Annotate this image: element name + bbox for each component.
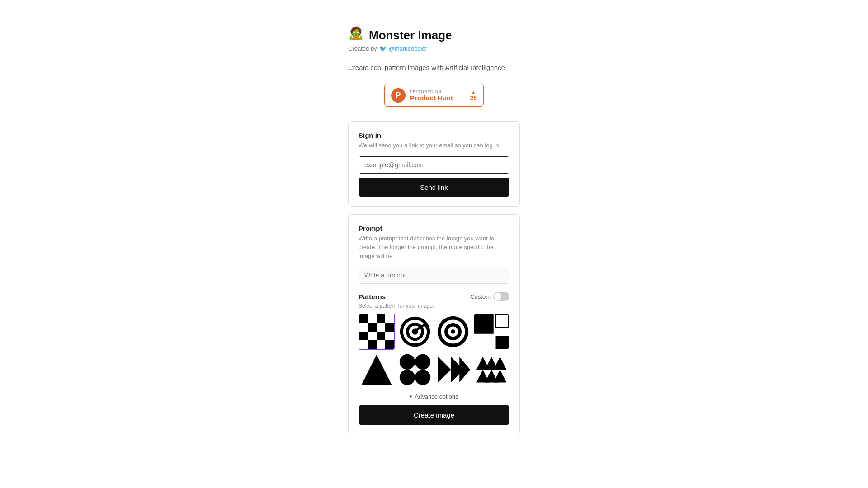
svg-rect-2	[368, 314, 377, 323]
svg-rect-4	[385, 314, 394, 323]
svg-point-36	[399, 354, 415, 370]
custom-label: Custom	[470, 293, 491, 300]
product-hunt-logo: P	[391, 88, 406, 103]
send-link-button[interactable]: Send link	[359, 178, 509, 197]
svg-rect-10	[368, 332, 377, 340]
pattern-four-circles[interactable]	[397, 352, 433, 388]
patterns-title: Patterns	[359, 293, 386, 300]
header: 🧟 Monster Image Created by 🐦 @markdopple…	[348, 27, 520, 58]
app-icon: 🧟	[348, 27, 364, 43]
chevron-down-icon: ▾	[410, 394, 412, 399]
twitter-icon: 🐦	[379, 45, 387, 52]
ph-vote-count: 25	[470, 95, 477, 101]
ph-name: Product Hunt	[410, 94, 453, 102]
svg-point-38	[399, 370, 415, 385]
svg-rect-1	[359, 314, 368, 323]
created-by-label: Created by	[348, 45, 377, 52]
product-hunt-text: FEATURED ON Product Hunt	[410, 89, 453, 102]
svg-rect-32	[495, 314, 509, 328]
svg-rect-15	[377, 340, 385, 349]
svg-rect-9	[359, 332, 368, 340]
svg-rect-8	[385, 323, 394, 332]
pattern-triangle[interactable]	[359, 352, 395, 388]
sign-in-title: Sign in	[359, 131, 509, 139]
patterns-header: Patterns Custom	[359, 292, 509, 301]
pattern-arrows[interactable]	[435, 352, 471, 388]
sign-in-description: We will send you a link to your email so…	[359, 141, 509, 150]
pattern-circles[interactable]	[435, 314, 471, 350]
prompt-card: Prompt Write a prompt that describes the…	[348, 214, 520, 436]
custom-toggle[interactable]	[493, 292, 509, 301]
svg-rect-30	[474, 314, 494, 334]
advance-options-toggle[interactable]: ▾ Advance options	[359, 393, 509, 400]
pattern-corner-squares[interactable]	[473, 314, 509, 350]
ph-votes: ▲ 25	[470, 89, 477, 101]
creator-row: Created by 🐦 @markdoppler_	[348, 45, 430, 52]
twitter-handle-link[interactable]: @markdoppler_	[389, 45, 431, 52]
pattern-checkerboard[interactable]	[359, 314, 395, 350]
title-row: 🧟 Monster Image	[348, 27, 452, 43]
svg-rect-12	[385, 332, 394, 340]
svg-point-39	[415, 370, 430, 385]
prompt-title: Prompt	[359, 225, 509, 232]
pattern-spiral[interactable]	[397, 314, 433, 350]
svg-rect-7	[377, 323, 385, 332]
prompt-input[interactable]	[359, 267, 509, 284]
svg-rect-6	[368, 323, 377, 332]
tagline: Create cool pattern images with Artifici…	[348, 64, 520, 71]
ph-featured-label: FEATURED ON	[410, 89, 453, 94]
sign-in-card: Sign in We will send you a link to your …	[348, 121, 520, 207]
svg-rect-5	[359, 323, 368, 332]
patterns-grid	[359, 314, 509, 388]
advance-options-label: Advance options	[415, 393, 458, 400]
svg-rect-11	[377, 332, 385, 340]
product-hunt-badge[interactable]: P FEATURED ON Product Hunt ▲ 25	[384, 84, 484, 107]
svg-rect-13	[359, 340, 368, 349]
app-title: Monster Image	[369, 28, 452, 42]
svg-rect-14	[368, 340, 377, 349]
custom-toggle-row: Custom	[470, 292, 509, 301]
email-input[interactable]	[359, 156, 509, 174]
pattern-triangles-row[interactable]	[473, 352, 509, 388]
prompt-description: Write a prompt that describes the image …	[359, 234, 509, 261]
svg-point-28	[451, 329, 455, 334]
patterns-description: Select a pattern for your image.	[359, 303, 509, 309]
svg-rect-31	[495, 336, 509, 349]
svg-rect-3	[377, 314, 385, 323]
create-image-button[interactable]: Create image	[359, 405, 509, 425]
svg-point-37	[415, 354, 430, 370]
svg-rect-16	[385, 340, 394, 349]
